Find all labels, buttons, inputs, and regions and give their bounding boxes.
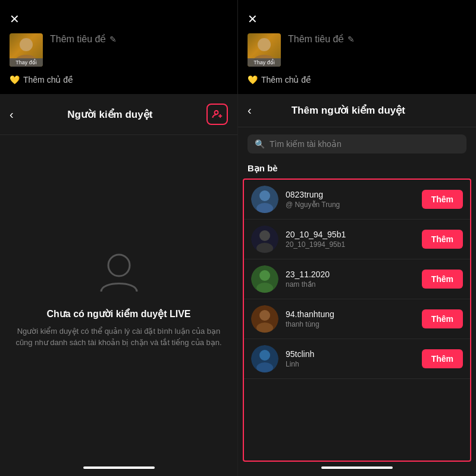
add-friend-button[interactable]: Thêm — [422, 190, 463, 209]
svg-point-8 — [259, 230, 270, 241]
right-back-button[interactable]: ‹ — [248, 104, 252, 117]
left-topic-row[interactable]: 💛 Thêm chủ đề — [10, 75, 228, 84]
svg-point-0 — [215, 111, 218, 114]
right-edit-icon[interactable]: ✎ — [347, 35, 355, 44]
right-topic-label: Thêm chủ đề — [261, 75, 311, 84]
right-title-text: Thêm tiêu đề — [288, 33, 344, 45]
friend-handle: 20_10_1994_95b1 — [286, 240, 415, 249]
empty-title: Chưa có người kiểm duyệt LIVE — [46, 308, 190, 320]
friend-info: 94.thanhtungthanh tùng — [286, 309, 415, 328]
left-close-button[interactable]: ✕ — [10, 12, 20, 26]
add-friend-button[interactable]: Thêm — [422, 270, 463, 289]
friend-handle: @ Nguyễn Trung — [286, 201, 415, 209]
left-moderator-section: ‹ Người kiểm duyệt Chưa có người kiểm du… — [0, 94, 237, 476]
friend-avatar — [251, 345, 278, 372]
right-topic-icon: 💛 — [248, 75, 258, 84]
left-section-header: ‹ Người kiểm duyệt — [0, 94, 237, 135]
right-topic-row[interactable]: 💛 Thêm chủ đề — [248, 75, 466, 84]
left-add-moderator-button[interactable] — [206, 104, 228, 125]
friend-info: 20_10_94_95b120_10_1994_95b1 — [286, 230, 415, 249]
svg-point-14 — [259, 310, 270, 321]
add-friend-button[interactable]: Thêm — [422, 349, 463, 368]
left-panel: ✕ Thay đổi Thêm tiêu đề ✎ 💛 Thêm chủ đề … — [0, 0, 238, 476]
left-home-indicator — [83, 466, 155, 469]
right-title-area: Thêm tiêu đề ✎ — [288, 33, 466, 45]
friend-info: 23_11.2020nam thần — [286, 270, 415, 289]
left-title-area: Thêm tiêu đề ✎ — [50, 33, 228, 45]
right-section-title: Thêm người kiểm duyệt — [252, 104, 445, 117]
friend-handle: Linh — [286, 360, 415, 368]
friend-item: 23_11.2020nam thầnThêm — [244, 259, 470, 299]
right-panel: ✕ Thay đổi Thêm tiêu đề ✎ 💛 Thêm chủ đề … — [238, 0, 476, 476]
friend-item: 20_10_94_95b120_10_1994_95b1Thêm — [244, 220, 470, 259]
right-add-moderator-section: ‹ Thêm người kiểm duyệt 🔍 Tìm kiếm tài k… — [238, 94, 476, 476]
left-section-title: Người kiểm duyệt — [14, 108, 206, 121]
search-input[interactable]: Tìm kiếm tài khoản — [270, 139, 459, 149]
search-bar[interactable]: 🔍 Tìm kiếm tài khoản — [248, 134, 466, 154]
right-home-indicator — [321, 466, 393, 469]
left-empty-state: Chưa có người kiểm duyệt LIVE Người kiểm… — [0, 135, 237, 462]
friend-info: 95tclinhLinh — [286, 349, 415, 368]
left-topic-label: Thêm chủ đề — [23, 75, 73, 84]
friend-item: 95tclinhLinhThêm — [244, 339, 470, 379]
friend-item: 94.thanhtungthanh tùngThêm — [244, 299, 470, 339]
friend-handle: nam thần — [286, 280, 415, 289]
friend-name: 20_10_94_95b1 — [286, 230, 415, 239]
right-section-header: ‹ Thêm người kiểm duyệt — [238, 94, 476, 127]
svg-point-11 — [259, 270, 270, 281]
add-friend-button[interactable]: Thêm — [422, 309, 463, 328]
add-friend-button[interactable]: Thêm — [422, 230, 463, 249]
friend-avatar — [251, 186, 278, 213]
left-top-section: ✕ Thay đổi Thêm tiêu đề ✎ 💛 Thêm chủ đề — [0, 0, 237, 94]
right-top-section: ✕ Thay đổi Thêm tiêu đề ✎ 💛 Thêm chủ đề — [238, 0, 476, 94]
friend-name: 23_11.2020 — [286, 270, 415, 279]
friend-item: 0823trung@ Nguyễn TrungThêm — [244, 180, 470, 220]
friend-name: 95tclinh — [286, 349, 415, 359]
right-close-button[interactable]: ✕ — [248, 12, 258, 26]
left-change-badge[interactable]: Thay đổi — [10, 58, 43, 67]
friends-label: Bạn bè — [238, 161, 476, 178]
search-icon: 🔍 — [255, 139, 265, 149]
friend-handle: thanh tùng — [286, 320, 415, 328]
friend-list: 0823trung@ Nguyễn TrungThêm20_10_94_95b1… — [243, 178, 471, 462]
friend-name: 0823trung — [286, 190, 415, 199]
friend-info: 0823trung@ Nguyễn Trung — [286, 190, 415, 209]
left-edit-icon[interactable]: ✎ — [109, 35, 117, 44]
empty-description: Người kiểm duyệt có thể quản lý cài đặt … — [12, 325, 226, 349]
friend-avatar — [251, 265, 278, 293]
left-profile-row: Thay đổi Thêm tiêu đề ✎ — [10, 33, 228, 67]
svg-point-17 — [259, 350, 270, 361]
right-change-badge[interactable]: Thay đổi — [248, 58, 281, 67]
svg-point-3 — [108, 255, 130, 276]
right-profile-row: Thay đổi Thêm tiêu đề ✎ — [248, 33, 466, 67]
friend-avatar — [251, 305, 278, 333]
friend-name: 94.thanhtung — [286, 309, 415, 319]
friend-avatar — [251, 226, 278, 253]
left-title-text: Thêm tiêu đề — [50, 33, 106, 45]
left-avatar-wrap: Thay đổi — [10, 33, 43, 67]
right-avatar-wrap: Thay đổi — [248, 33, 281, 67]
empty-person-icon — [95, 249, 143, 296]
left-topic-icon: 💛 — [10, 75, 20, 84]
svg-point-5 — [259, 190, 270, 201]
left-back-button[interactable]: ‹ — [10, 108, 14, 121]
